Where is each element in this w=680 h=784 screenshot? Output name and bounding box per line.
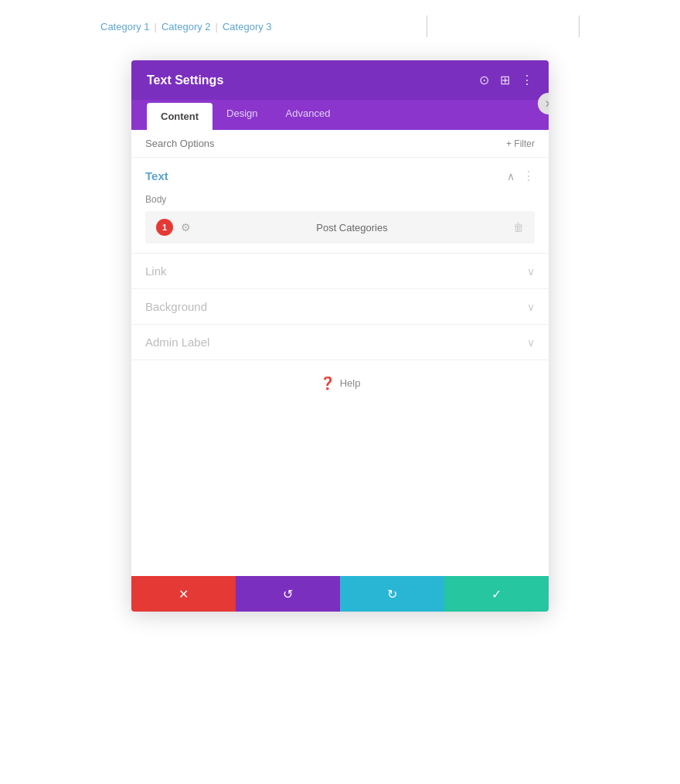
section-admin-label-title: Admin Label [145, 336, 209, 349]
chevron-down-admin-icon[interactable]: ∨ [527, 336, 535, 349]
item-label: Post Categories [199, 222, 505, 233]
section-link-header[interactable]: Link ∨ [131, 254, 549, 288]
nav-link-2[interactable]: Category 2 [162, 21, 211, 32]
nav-links: Category 1 | Category 2 | Category 3 [100, 21, 272, 32]
columns-icon[interactable]: ⊞ [500, 73, 510, 87]
section-text: Text ∧ ⋮ Body 1 ⚙ Post Categories 🗑 [131, 158, 549, 254]
body-label: Body [131, 194, 549, 211]
nav-sep-1: | [155, 21, 157, 32]
redo-button[interactable]: ↻ [340, 576, 444, 612]
spacer [131, 406, 549, 576]
nav-sep-2: | [216, 21, 218, 32]
chevron-down-background-icon[interactable]: ∨ [527, 301, 535, 313]
filter-button[interactable]: + Filter [506, 138, 535, 149]
section-text-header[interactable]: Text ∧ ⋮ [131, 158, 549, 194]
item-number-badge: 1 [156, 219, 173, 236]
modal-tabs: Content Design Advanced [131, 100, 549, 130]
chevron-down-link-icon[interactable]: ∨ [527, 265, 535, 278]
page-content: Text Settings ⊙ ⊞ ⋮ Content Design Advan… [0, 53, 680, 612]
section-admin-label-header[interactable]: Admin Label ∨ [131, 325, 549, 360]
nav-divider-1 [427, 15, 427, 37]
modal-header-icons: ⊙ ⊞ ⋮ [479, 73, 533, 87]
nav-link-3[interactable]: Category 3 [223, 21, 272, 32]
section-background-header[interactable]: Background ∨ [131, 289, 549, 324]
section-admin-label: Admin Label ∨ [131, 325, 549, 360]
text-settings-modal: Text Settings ⊙ ⊞ ⋮ Content Design Advan… [131, 60, 549, 612]
search-bar: + Filter [131, 130, 549, 158]
section-text-icons: ∧ ⋮ [507, 169, 535, 183]
delete-icon[interactable]: 🗑 [513, 221, 524, 233]
help-section: ❓ Help [131, 360, 549, 406]
modal-body: Text ∧ ⋮ Body 1 ⚙ Post Categories 🗑 L [131, 158, 549, 576]
more-icon[interactable]: ⋮ [521, 73, 533, 87]
target-icon[interactable]: ⊙ [479, 73, 489, 87]
save-button[interactable]: ✓ [444, 576, 549, 612]
nav-link-1[interactable]: Category 1 [100, 21, 150, 32]
search-input[interactable] [145, 138, 506, 149]
modal-footer: ✕ ↺ ↻ ✓ [131, 576, 549, 612]
dots-icon[interactable]: ⋮ [522, 169, 535, 183]
tab-content[interactable]: Content [147, 103, 212, 130]
cancel-button[interactable]: ✕ [131, 576, 236, 612]
reset-button[interactable]: ↺ [236, 576, 340, 612]
top-nav: Category 1 | Category 2 | Category 3 [0, 0, 680, 53]
modal-title: Text Settings [147, 73, 223, 87]
filter-label: + Filter [506, 138, 535, 149]
help-icon: ❓ [320, 376, 335, 390]
section-background-title: Background [145, 300, 207, 313]
section-background: Background ∨ [131, 289, 549, 325]
settings-icon[interactable]: ⚙ [181, 221, 191, 233]
section-link-title: Link [145, 264, 167, 278]
nav-divider-2 [579, 15, 580, 37]
modal-header: Text Settings ⊙ ⊞ ⋮ [131, 60, 549, 100]
tab-design[interactable]: Design [212, 100, 271, 130]
tab-advanced[interactable]: Advanced [272, 100, 345, 130]
section-link: Link ∨ [131, 254, 549, 289]
help-label[interactable]: Help [340, 377, 361, 389]
section-text-title: Text [145, 169, 168, 182]
chevron-up-icon[interactable]: ∧ [507, 170, 515, 182]
post-categories-row: 1 ⚙ Post Categories 🗑 [145, 211, 535, 244]
